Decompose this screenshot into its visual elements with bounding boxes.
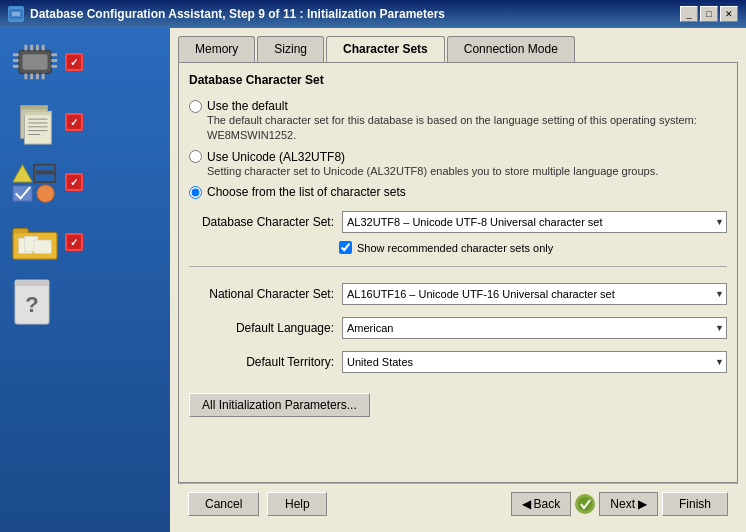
back-arrow-icon: ◀: [522, 497, 531, 511]
sidebar: ✓ ✓: [0, 28, 170, 532]
radio-choose-container: Choose from the list of character sets: [189, 185, 727, 199]
radio-default-desc: The default character set for this datab…: [207, 113, 727, 144]
bottom-bar: Cancel Help ◀ Back Next ▶ Fi: [178, 483, 738, 524]
svg-rect-21: [24, 111, 51, 115]
check-badge-1: ✓: [65, 53, 83, 71]
svg-rect-29: [36, 170, 53, 174]
svg-rect-39: [15, 280, 49, 286]
svg-text:?: ?: [25, 292, 38, 317]
charset-radio-group: Use the default The default character se…: [189, 99, 727, 199]
tab-character-sets[interactable]: Character Sets: [326, 36, 445, 62]
svg-rect-4: [13, 53, 19, 56]
tab-sizing[interactable]: Sizing: [257, 36, 324, 62]
svg-rect-15: [30, 74, 33, 80]
svg-rect-1: [12, 12, 20, 16]
default-language-select[interactable]: AmericanEnglishFrenchGermanSpanish: [342, 317, 727, 339]
national-charset-select[interactable]: AL16UTF16 – Unicode UTF-16 Universal cha…: [342, 283, 727, 305]
main-container: ✓ ✓: [0, 28, 746, 532]
svg-rect-5: [13, 59, 19, 62]
show-recommended-checkbox[interactable]: [339, 241, 352, 254]
shapes-icon: [11, 162, 59, 202]
svg-rect-6: [13, 65, 19, 68]
svg-rect-11: [30, 45, 33, 51]
maximize-button[interactable]: □: [700, 6, 718, 22]
question-icon: ?: [11, 282, 59, 322]
show-recommended-label: Show recommended character sets only: [357, 242, 553, 254]
national-charset-select-wrapper: AL16UTF16 – Unicode UTF-16 Universal cha…: [342, 283, 727, 305]
default-language-select-wrapper: AmericanEnglishFrenchGermanSpanish ▼: [342, 317, 727, 339]
default-language-row: Default Language: AmericanEnglishFrenchG…: [189, 317, 727, 339]
window-title: Database Configuration Assistant, Step 9…: [30, 7, 445, 21]
minimize-button[interactable]: _: [680, 6, 698, 22]
check-badge-3: ✓: [65, 173, 83, 191]
svg-rect-17: [42, 74, 45, 80]
close-button[interactable]: ✕: [720, 6, 738, 22]
sidebar-item-1: ✓: [5, 38, 165, 86]
show-recommended-row: Show recommended character sets only: [339, 241, 727, 254]
svg-rect-37: [34, 240, 51, 253]
radio-choose-input[interactable]: [189, 186, 202, 199]
default-language-label: Default Language:: [189, 321, 334, 335]
sidebar-item-5: ?: [5, 278, 165, 326]
section-title: Database Character Set: [189, 73, 727, 87]
radio-choose-label[interactable]: Choose from the list of character sets: [189, 185, 727, 199]
sidebar-item-3: ✓: [5, 158, 165, 206]
tabs: Memory Sizing Character Sets Connection …: [178, 36, 738, 62]
radio-default-container: Use the default The default character se…: [189, 99, 727, 144]
national-charset-label: National Character Set:: [189, 287, 334, 301]
title-bar: Database Configuration Assistant, Step 9…: [0, 0, 746, 28]
default-territory-row: Default Territory: United StatesUnited K…: [189, 351, 727, 373]
folder-icon: [11, 222, 59, 262]
next-arrow-icon: ▶: [638, 497, 647, 511]
chip-icon: [11, 42, 59, 82]
radio-default-label[interactable]: Use the default: [189, 99, 727, 113]
db-charset-label: Database Character Set:: [189, 215, 334, 229]
radio-unicode-desc: Setting character set to Unicode (AL32UT…: [207, 164, 727, 179]
app-icon: [8, 6, 24, 22]
main-panel: Database Character Set Use the default T…: [178, 62, 738, 483]
check-badge-4: ✓: [65, 233, 83, 251]
svg-rect-12: [36, 45, 39, 51]
default-territory-select[interactable]: United StatesUnited KingdomFranceGermany: [342, 351, 727, 373]
radio-unicode-container: Use Unicode (AL32UTF8) Setting character…: [189, 150, 727, 179]
svg-rect-19: [21, 106, 48, 110]
finish-button[interactable]: Finish: [662, 492, 728, 516]
sidebar-item-4: ✓: [5, 218, 165, 266]
svg-point-41: [578, 497, 592, 511]
sidebar-item-2: ✓: [5, 98, 165, 146]
svg-rect-7: [51, 53, 57, 56]
document-icon: [11, 102, 59, 142]
svg-marker-27: [13, 165, 32, 182]
default-territory-select-wrapper: United StatesUnited KingdomFranceGermany…: [342, 351, 727, 373]
next-button[interactable]: Next ▶: [599, 492, 658, 516]
bottom-nav-buttons: ◀ Back Next ▶ Finish: [511, 492, 728, 516]
tab-memory[interactable]: Memory: [178, 36, 255, 62]
svg-rect-10: [24, 45, 27, 51]
all-init-button[interactable]: All Initialization Parameters...: [189, 393, 370, 417]
svg-rect-14: [24, 74, 27, 80]
nav-circle-icon: [575, 494, 595, 514]
back-button[interactable]: ◀ Back: [511, 492, 572, 516]
radio-default-input[interactable]: [189, 100, 202, 113]
national-charset-row: National Character Set: AL16UTF16 – Unic…: [189, 283, 727, 305]
title-bar-left: Database Configuration Assistant, Step 9…: [8, 6, 445, 22]
help-button[interactable]: Help: [267, 492, 327, 516]
svg-rect-13: [42, 45, 45, 51]
db-charset-select-wrapper: AL32UTF8 – Unicode UTF-8 Universal chara…: [342, 211, 727, 233]
window-controls[interactable]: _ □ ✕: [680, 6, 738, 22]
svg-rect-20: [24, 111, 51, 144]
db-charset-select[interactable]: AL32UTF8 – Unicode UTF-8 Universal chara…: [342, 211, 727, 233]
radio-unicode-input[interactable]: [189, 150, 202, 163]
cancel-button[interactable]: Cancel: [188, 492, 259, 516]
next-label: Next: [610, 497, 635, 511]
check-badge-2: ✓: [65, 113, 83, 131]
content-area: Memory Sizing Character Sets Connection …: [170, 28, 746, 532]
svg-rect-3: [23, 54, 48, 69]
svg-rect-9: [51, 65, 57, 68]
radio-unicode-label[interactable]: Use Unicode (AL32UTF8): [189, 150, 727, 164]
svg-point-31: [37, 185, 54, 202]
tab-connection-mode[interactable]: Connection Mode: [447, 36, 575, 62]
divider: [189, 266, 727, 267]
bottom-left-buttons: Cancel Help: [188, 492, 327, 516]
svg-rect-16: [36, 74, 39, 80]
